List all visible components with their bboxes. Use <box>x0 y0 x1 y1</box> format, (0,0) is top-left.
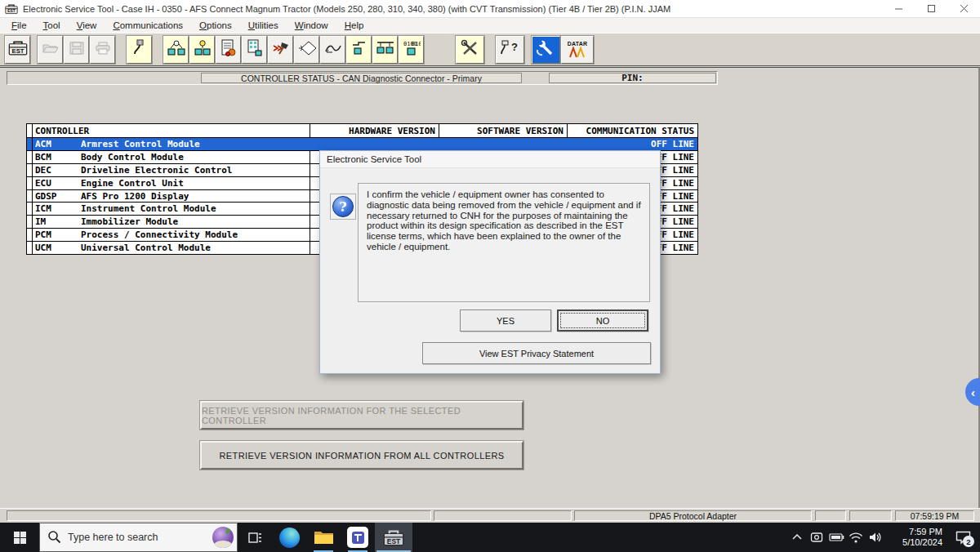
collapse-chevron-button[interactable]: ‹ <box>965 378 980 406</box>
pin-label: PIN: <box>549 73 716 83</box>
diamond-button[interactable] <box>294 36 319 64</box>
retrieve-selected-button[interactable]: RETRIEVE VERSION INFORMATION FOR THE SEL… <box>200 401 523 430</box>
desktop: EST Electronic Service Tool - Case IH - … <box>0 0 980 552</box>
status-pane <box>815 510 846 521</box>
controller-network-button[interactable] <box>163 36 189 64</box>
search-input[interactable] <box>39 523 238 552</box>
toolbox-icon <box>461 39 480 60</box>
view-privacy-statement-button[interactable]: View EST Privacy Statement <box>422 342 651 364</box>
task-view-icon <box>247 531 263 545</box>
app-icon: EST <box>5 3 18 15</box>
wiring-lamp-button[interactable] <box>189 36 215 64</box>
est-taskbar-button[interactable]: EST <box>375 523 412 552</box>
est-tool-icon: EST <box>8 40 28 59</box>
system-tray: 7:59 PM 5/10/2024 2 <box>787 523 980 552</box>
status-time: 07:59:19 PM <box>895 510 974 521</box>
menu-tool[interactable]: Tool <box>35 20 69 32</box>
adapter-status: DPA5 Protocol Adapter <box>574 510 812 521</box>
print-button[interactable] <box>90 36 115 64</box>
dialog-title: Electronic Service Tool <box>320 151 660 168</box>
menu-bar: File Tool View Communications Options Ut… <box>0 18 980 33</box>
taskbar-clock[interactable]: 7:59 PM 5/10/2024 <box>885 527 946 548</box>
controller-network-icon <box>167 40 185 60</box>
dual-node-button[interactable] <box>372 36 398 64</box>
client-area: CONTROLLER STATUS - CAN Diagnostic Conne… <box>0 67 980 508</box>
configuration-grid-button[interactable] <box>242 36 267 64</box>
diamond-icon <box>297 41 317 59</box>
toolbox-button[interactable] <box>456 36 484 64</box>
col-software-version: SOFTWARE VERSION <box>439 124 567 137</box>
volume-icon[interactable] <box>866 523 885 552</box>
connector-help-button[interactable]: ? <box>496 36 524 64</box>
notification-count-badge: 2 <box>963 536 974 547</box>
status-bar: DPA5 Protocol Adapter 07:59:19 PM <box>0 508 980 523</box>
wiring-lamp-icon <box>194 40 212 60</box>
status-pane <box>7 510 431 521</box>
teams-button[interactable] <box>341 523 375 552</box>
datar-button[interactable]: DATAR <box>561 36 594 64</box>
file-explorer-button[interactable] <box>306 523 341 552</box>
configuration-grid-icon <box>247 39 263 60</box>
svg-text:EST: EST <box>7 9 15 13</box>
menu-window[interactable]: Window <box>287 20 336 32</box>
menu-view[interactable]: View <box>69 20 105 32</box>
search-highlight-icon[interactable] <box>212 527 234 548</box>
service-wrench-button[interactable] <box>532 36 560 64</box>
start-button[interactable] <box>0 523 39 552</box>
open-file-button[interactable] <box>38 36 63 64</box>
battery-icon[interactable] <box>826 523 846 552</box>
consent-dialog: Electronic Service Tool ? I confirm the … <box>319 150 661 374</box>
window-title: Electronic Service Tool - Case IH - 0350… <box>23 4 882 14</box>
tray-expand-button[interactable] <box>787 523 807 552</box>
status-pane <box>849 510 892 521</box>
svg-text:EST: EST <box>11 47 24 55</box>
binary-data-button[interactable]: 01010101 <box>399 36 424 64</box>
task-view-button[interactable] <box>238 523 272 552</box>
graph-step-icon <box>351 40 368 60</box>
action-center-button[interactable]: 2 <box>946 523 980 552</box>
tray-device-icon[interactable] <box>807 523 826 552</box>
table-row-acm[interactable]: ACMArmrest Control Module OFF LINE <box>27 137 697 150</box>
dual-node-icon <box>376 40 394 60</box>
programming-hammer-icon <box>272 41 290 59</box>
open-file-icon <box>42 42 59 58</box>
print-icon <box>95 42 111 58</box>
edge-browser-button[interactable] <box>272 523 306 552</box>
no-button[interactable]: NO <box>557 309 648 332</box>
retrieve-all-button[interactable]: RETRIEVE VERSION INFORMATION FROM ALL CO… <box>200 441 523 470</box>
menu-help[interactable]: Help <box>336 20 372 32</box>
est-tool-button[interactable]: EST <box>5 36 30 64</box>
graph-step-button[interactable] <box>346 36 372 64</box>
est-app-icon: EST <box>383 529 404 546</box>
table-header-row: CONTROLLER HARDWARE VERSION SOFTWARE VER… <box>27 124 697 137</box>
minimize-button[interactable] <box>882 0 915 17</box>
yes-button[interactable]: YES <box>460 309 551 332</box>
menu-options[interactable]: Options <box>191 20 240 32</box>
close-button[interactable] <box>947 0 980 17</box>
monitor-hand-button[interactable] <box>320 36 345 64</box>
wifi-icon[interactable] <box>846 523 866 552</box>
help-question-icon: ? <box>330 194 356 220</box>
windows-logo-icon <box>14 532 26 544</box>
menu-communications[interactable]: Communications <box>105 20 191 32</box>
svg-text:0101: 0101 <box>412 41 421 47</box>
fault-report-button[interactable] <box>216 36 241 64</box>
svg-text:?: ? <box>511 41 518 53</box>
menu-utilities[interactable]: Utilities <box>240 20 287 32</box>
menu-file[interactable]: File <box>3 20 35 32</box>
connect-button[interactable] <box>127 36 152 64</box>
clock-date: 5/10/2024 <box>885 537 942 548</box>
file-explorer-icon <box>314 529 334 545</box>
dialog-message: I confirm the vehicle / equipment owner … <box>358 183 650 302</box>
controller-status-header: CONTROLLER STATUS - CAN Diagnostic Conne… <box>201 73 522 83</box>
programming-hammer-button[interactable] <box>268 36 293 64</box>
maximize-button[interactable] <box>915 0 947 17</box>
save-button[interactable] <box>64 36 89 64</box>
header-strip: CONTROLLER STATUS - CAN Diagnostic Conne… <box>7 71 718 85</box>
teams-icon <box>347 527 368 548</box>
title-bar: EST Electronic Service Tool - Case IH - … <box>0 0 980 18</box>
save-icon <box>69 42 84 58</box>
taskbar-search <box>39 523 238 552</box>
toolbar: EST <box>0 33 980 66</box>
fault-report-icon <box>220 39 237 60</box>
